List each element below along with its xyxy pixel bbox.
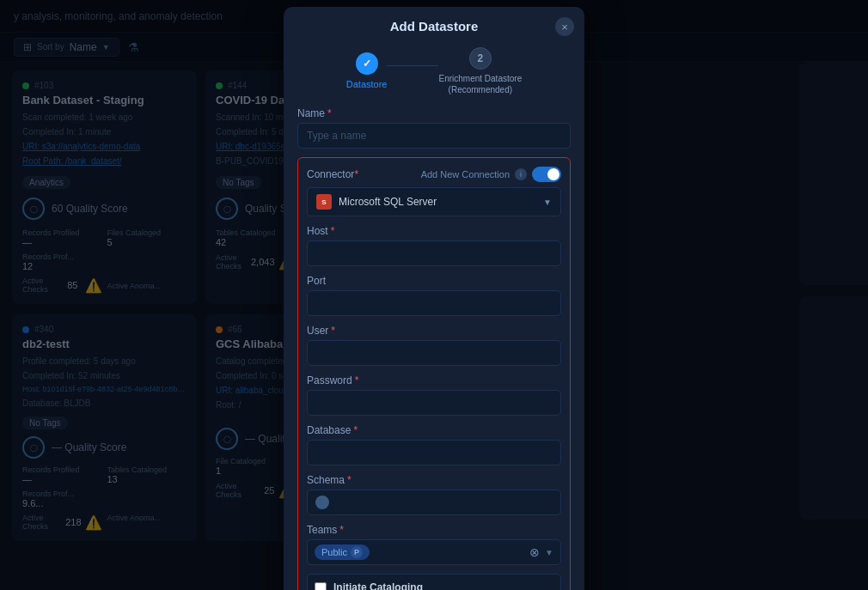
teams-actions: ⊗ ▼ <box>529 545 553 559</box>
close-button[interactable]: × <box>555 17 574 36</box>
port-input[interactable] <box>307 290 561 316</box>
host-label: Host* <box>307 225 561 237</box>
sql-server-icon: S <box>316 194 332 210</box>
modal-title: Add Datastore <box>390 19 479 33</box>
step-2: 2 Enrichment Datastore(Recommended) <box>438 47 522 95</box>
step-2-circle: 2 <box>469 47 492 70</box>
initiate-cataloging-content: Initiate Cataloging Automatically start … <box>333 581 553 590</box>
teams-label: Teams* <box>307 524 561 536</box>
password-input[interactable] <box>307 390 561 416</box>
database-input[interactable] <box>307 440 561 465</box>
user-label: User* <box>307 325 561 337</box>
add-new-connection-toggle[interactable] <box>532 167 561 182</box>
connector-section: Connector* Add New Connection i S Micros… <box>297 157 571 590</box>
connector-label: Connector* <box>307 168 358 180</box>
schema-input[interactable] <box>307 490 561 515</box>
step-2-label: Enrichment Datastore(Recommended) <box>438 73 522 95</box>
password-label: Password* <box>307 374 561 386</box>
team-pill-label: Public <box>321 547 347 557</box>
initiate-cataloging-row: Initiate Cataloging Automatically start … <box>307 574 561 590</box>
user-input[interactable] <box>307 340 561 366</box>
teams-clear-icon[interactable]: ⊗ <box>529 545 540 559</box>
add-datastore-modal: Add Datastore × ✓ Datastore 2 Enrichment… <box>284 7 584 590</box>
stepper: ✓ Datastore 2 Enrichment Datastore(Recom… <box>284 42 584 107</box>
teams-dropdown-icon[interactable]: ▼ <box>545 548 553 557</box>
database-label: Database* <box>307 424 561 436</box>
step-1-label: Datastore <box>346 78 388 90</box>
schema-input-wrapper <box>307 490 561 515</box>
connector-header: Connector* Add New Connection i <box>307 167 561 182</box>
modal-body: Name* Connector* Add New Connection i <box>284 107 584 590</box>
name-group: Name* <box>297 107 571 149</box>
select-arrow-icon: ▼ <box>543 198 552 207</box>
password-group: Password* <box>307 374 561 416</box>
port-group: Port <box>307 275 561 316</box>
database-group: Database* <box>307 424 561 465</box>
teams-group: Teams* Public P ⊗ ▼ <box>307 524 561 565</box>
connector-select[interactable]: S Microsoft SQL Server ▼ <box>307 187 561 216</box>
teams-pills: Public P <box>315 544 370 560</box>
teams-select[interactable]: Public P ⊗ ▼ <box>307 539 561 565</box>
modal-header: Add Datastore × <box>284 7 584 42</box>
host-group: Host* <box>307 225 561 266</box>
name-input[interactable] <box>297 123 571 149</box>
initiate-cataloging-label: Initiate Cataloging <box>333 581 553 590</box>
connector-selected-value: Microsoft SQL Server <box>339 196 437 208</box>
step-connector <box>387 65 438 66</box>
host-input[interactable] <box>307 240 561 266</box>
add-new-connection-label: Add New Connection <box>421 169 510 179</box>
initiate-cataloging-checkbox[interactable] <box>315 582 327 590</box>
name-label: Name* <box>297 107 571 119</box>
schema-group: Schema* <box>307 474 561 515</box>
info-icon: i <box>515 168 527 180</box>
schema-label: Schema* <box>307 474 561 486</box>
team-pill-public: Public P <box>315 544 370 560</box>
user-group: User* <box>307 325 561 366</box>
step-1: ✓ Datastore <box>346 52 388 90</box>
step-1-circle: ✓ <box>356 52 378 75</box>
schema-dot-icon <box>315 496 329 509</box>
add-new-connection-row: Add New Connection i <box>421 167 561 182</box>
port-label: Port <box>307 275 561 287</box>
